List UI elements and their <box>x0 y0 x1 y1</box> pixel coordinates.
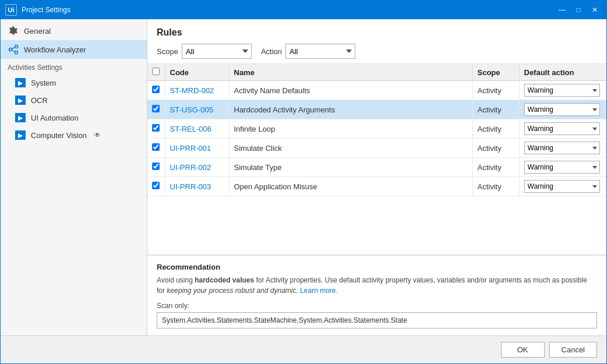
code-link[interactable]: UI-PRR-002 <box>170 163 211 172</box>
sidebar-system-label: System <box>31 79 56 87</box>
row-checkbox[interactable] <box>152 124 160 132</box>
row-action[interactable]: Warning Error Info Verbose <box>519 177 606 196</box>
row-checkbox-cell[interactable] <box>147 119 165 139</box>
table-row: UI-PRR-002 Simulate Type Activity Warnin… <box>147 158 606 177</box>
ok-button[interactable]: OK <box>501 342 545 358</box>
row-code[interactable]: UI-PRR-003 <box>165 177 229 196</box>
sidebar-ocr-label: OCR <box>31 96 48 105</box>
action-select[interactable]: All Warning Error Info Verbose <box>285 44 355 59</box>
window-controls: — □ ✕ <box>555 3 602 17</box>
sidebar-item-ocr[interactable]: ▶ OCR <box>1 91 147 109</box>
scope-select[interactable]: All Activity Workflow Project <box>182 44 252 59</box>
page-title: Rules <box>157 27 597 38</box>
row-name: Simulate Type <box>229 158 472 177</box>
row-code[interactable]: ST-USG-005 <box>165 100 229 119</box>
maximize-button[interactable]: □ <box>571 3 585 17</box>
scope-filter-group: Scope All Activity Workflow Project <box>157 44 252 59</box>
recommendation-section: Recommendation Avoid using hardcoded val… <box>147 255 606 335</box>
row-code[interactable]: UI-PRR-001 <box>165 139 229 158</box>
action-dropdown[interactable]: Warning Error Info Verbose <box>524 180 600 193</box>
row-name: Activity Name Defaults <box>229 81 472 100</box>
row-action[interactable]: Warning Error Info Verbose <box>519 81 606 100</box>
code-link[interactable]: UI-PRR-001 <box>170 144 211 153</box>
row-scope: Activity <box>472 139 519 158</box>
learn-more-link[interactable]: Learn more. <box>300 287 338 295</box>
sidebar-item-computer-vision[interactable]: ▶ Computer Vision 👁 <box>1 126 147 144</box>
row-checkbox-cell[interactable] <box>147 100 165 119</box>
action-dropdown[interactable]: Warning Error Info Verbose <box>524 84 600 97</box>
sidebar-computer-vision-label: Computer Vision <box>31 131 87 140</box>
filters-row: Scope All Activity Workflow Project Acti… <box>157 44 597 59</box>
row-scope: Activity <box>472 81 519 100</box>
row-checkbox[interactable] <box>152 86 160 93</box>
row-action[interactable]: Warning Error Info Verbose <box>519 119 606 139</box>
main-header: Rules Scope All Activity Workflow Projec… <box>147 19 606 64</box>
row-scope: Activity <box>472 158 519 177</box>
sidebar-item-general[interactable]: General <box>1 22 147 40</box>
col-header-action: Default action <box>519 64 606 81</box>
code-link[interactable]: ST-REL-006 <box>170 125 212 133</box>
minimize-button[interactable]: — <box>555 3 569 17</box>
row-code[interactable]: ST-MRD-002 <box>165 81 229 100</box>
activities-settings-section: Activities Settings <box>1 59 147 74</box>
system-arrow-icon: ▶ <box>15 77 26 89</box>
col-header-name: Name <box>229 64 472 81</box>
sidebar-item-workflow-analyzer[interactable]: Workflow Analyzer <box>1 40 147 59</box>
code-link[interactable]: ST-USG-005 <box>170 105 213 114</box>
row-checkbox-cell[interactable] <box>147 158 165 177</box>
sidebar-item-system[interactable]: ▶ System <box>1 74 147 91</box>
row-code[interactable]: ST-REL-006 <box>165 119 229 139</box>
sidebar-ui-automation-label: UI Automation <box>31 114 79 122</box>
main-panel: Rules Scope All Activity Workflow Projec… <box>147 19 606 335</box>
titlebar: Ui Project Settings — □ ✕ <box>1 1 606 19</box>
ui-automation-arrow-icon: ▶ <box>15 112 26 123</box>
gear-icon <box>8 25 19 37</box>
svg-line-3 <box>12 47 15 49</box>
row-name: Infinite Loop <box>229 119 472 139</box>
scan-only-input[interactable] <box>157 312 597 328</box>
table-row: ST-MRD-002 Activity Name Defaults Activi… <box>147 81 606 100</box>
recommendation-text: Avoid using hardcoded values for Activit… <box>157 275 597 296</box>
row-name: Simulate Click <box>229 139 472 158</box>
close-button[interactable]: ✕ <box>588 3 602 17</box>
code-link[interactable]: ST-MRD-002 <box>170 86 214 95</box>
eye-icon: 👁 <box>94 131 101 139</box>
svg-line-4 <box>12 50 15 52</box>
project-settings-window: Ui Project Settings — □ ✕ General <box>0 0 607 364</box>
recommendation-title: Recommendation <box>157 263 597 271</box>
rules-table-container[interactable]: Code Name Scope Default action ST-MRD-00… <box>147 64 606 255</box>
row-scope: Activity <box>472 100 519 119</box>
row-name: Hardcoded Activity Arguments <box>229 100 472 119</box>
row-action[interactable]: Warning Error Info Verbose <box>519 158 606 177</box>
col-header-checkbox <box>147 64 165 81</box>
row-checkbox[interactable] <box>152 162 160 170</box>
action-dropdown[interactable]: Warning Error Info Verbose <box>524 161 600 174</box>
action-dropdown[interactable]: Warning Error Info Verbose <box>524 103 600 116</box>
row-checkbox-cell[interactable] <box>147 139 165 158</box>
action-dropdown[interactable]: Warning Error Info Verbose <box>524 122 600 135</box>
sidebar-workflow-label: Workflow Analyzer <box>24 45 86 54</box>
table-row: UI-PRR-003 Open Application Misuse Activ… <box>147 177 606 196</box>
row-checkbox[interactable] <box>152 105 160 112</box>
rules-table: Code Name Scope Default action ST-MRD-00… <box>147 64 606 196</box>
action-label: Action <box>261 47 282 56</box>
row-action[interactable]: Warning Error Info Verbose <box>519 139 606 158</box>
row-checkbox-cell[interactable] <box>147 81 165 100</box>
content-area: General Workflow Analyzer Activities Set… <box>1 19 606 335</box>
action-dropdown[interactable]: Warning Error Info Verbose <box>524 142 600 154</box>
action-filter-group: Action All Warning Error Info Verbose <box>261 44 355 59</box>
select-all-checkbox[interactable] <box>152 68 160 75</box>
row-checkbox-cell[interactable] <box>147 177 165 196</box>
window-title: Project Settings <box>22 6 555 14</box>
code-link[interactable]: UI-PRR-003 <box>170 182 211 191</box>
cancel-button[interactable]: Cancel <box>549 342 597 358</box>
row-scope: Activity <box>472 177 519 196</box>
row-action[interactable]: Warning Error Info Verbose <box>519 100 606 119</box>
row-code[interactable]: UI-PRR-002 <box>165 158 229 177</box>
row-checkbox[interactable] <box>152 182 160 189</box>
row-checkbox[interactable] <box>152 143 160 151</box>
scan-only-label: Scan only: <box>157 302 597 310</box>
table-row: UI-PRR-001 Simulate Click Activity Warni… <box>147 139 606 158</box>
sidebar-item-ui-automation[interactable]: ▶ UI Automation <box>1 109 147 126</box>
table-row: ST-REL-006 Infinite Loop Activity Warnin… <box>147 119 606 139</box>
